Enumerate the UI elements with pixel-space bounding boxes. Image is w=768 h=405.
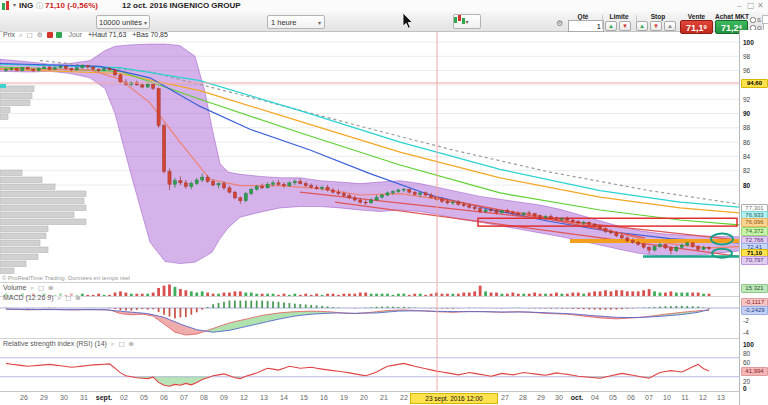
time-axis-label: 29 (537, 394, 545, 401)
price-panel-title: Prix (3, 31, 15, 38)
stop-order-button-2[interactable]: ▲ (664, 21, 676, 31)
search-icon[interactable]: ⌕ (19, 31, 23, 38)
volume-value-label: 15 321 (741, 284, 768, 293)
rsi-tick: 100 (743, 341, 754, 348)
window-icon[interactable]: ▢ (118, 340, 124, 347)
sell-price-sup: 9 (704, 24, 707, 30)
price-level-label: 74,372 (741, 227, 768, 236)
day-high-label: +Haut 71,63 (88, 31, 126, 38)
macd-tick: -4 (743, 329, 749, 336)
price-tick: 88 (743, 124, 750, 131)
limit-order-button-1[interactable]: ▼ (619, 21, 631, 31)
toolbar: 10000 unités ▾ 1 heure ▾ ▾ ⚙ Qté Limite … (0, 12, 768, 32)
time-axis-label: 11 (681, 394, 688, 401)
sell-mkt-button[interactable]: 71,19 (680, 20, 713, 34)
rsi-tick: 20 (743, 378, 750, 385)
time-axis-label: 07 (645, 394, 653, 401)
stop-order-button-1[interactable]: ▼ (650, 21, 662, 31)
remove-icon[interactable]: ⊗ (75, 294, 80, 301)
separator-macd-rsi (0, 338, 739, 339)
remove-icon[interactable]: ⊗ (48, 284, 53, 291)
price-tick: 100 (743, 39, 754, 46)
macd-tick: -2 (743, 317, 749, 324)
price-level-label: 76,096 (741, 218, 768, 227)
volume-panel-header: Volume ⌕ ▢ ⊗ (3, 284, 53, 292)
time-axis-label: 21 (380, 394, 388, 401)
separator-volume-macd (0, 296, 739, 297)
sell-marker-icon[interactable] (47, 32, 53, 38)
remove-icon[interactable]: ⊗ (129, 340, 134, 347)
close-icon[interactable]: ✕ (757, 1, 764, 10)
copyright-label: © ProRealTime Trading. Données en temps … (2, 275, 130, 281)
time-axis-label: 26 (20, 394, 28, 401)
time-axis-label: 16 (320, 394, 328, 401)
time-axis[interactable]: 26293031sept.020506070809121314151619202… (0, 391, 739, 405)
rsi-tick: 80 (743, 350, 750, 357)
rsi-panel-title: Relative strength index (RSI) (14) (3, 340, 107, 347)
buy-marker-icon[interactable] (56, 32, 62, 38)
chart-type-button[interactable]: ▾ (453, 14, 481, 29)
date-company-label: 12 oct. 2016 INGENICO GROUP (122, 1, 241, 10)
info-icon[interactable]: ⓘ (36, 1, 43, 11)
qty-label: Qté (566, 13, 600, 20)
s-checkbox[interactable] (750, 17, 756, 23)
instrument-caret-icon[interactable]: ▾ (13, 1, 16, 8)
time-axis-label: 15 (300, 394, 308, 401)
time-axis-label: 09 (220, 394, 228, 401)
price-tick: 96 (743, 67, 750, 74)
time-axis-label: 12 (240, 394, 248, 401)
qty-input[interactable] (568, 20, 604, 32)
gear-icon[interactable]: ⚙ (37, 31, 43, 38)
volume-panel-title: Volume (3, 284, 26, 291)
time-axis-label: 13 (717, 394, 725, 401)
time-axis-label: 04 (591, 394, 599, 401)
search-icon[interactable]: ⌕ (58, 294, 62, 301)
time-axis-label: 08 (200, 394, 208, 401)
time-axis-label: 13 (260, 394, 268, 401)
timeframe-dropdown-label: 1 heure (271, 18, 296, 27)
time-axis-label: 30 (555, 394, 563, 401)
s-label: S (757, 17, 761, 23)
price-axis[interactable]: 1009896949290888684828077,30176,93376,09… (739, 30, 768, 405)
instrument-icon[interactable] (2, 1, 12, 10)
indicator-cloud (0, 44, 739, 264)
time-axis-label: 12 (699, 394, 707, 401)
window-icon[interactable]: ▢ (65, 294, 71, 301)
last-price-change: 71,10 (-0,56%) (45, 1, 98, 10)
window-icon[interactable]: ▢ (38, 284, 44, 291)
minimize-icon[interactable]: – (737, 1, 741, 10)
price-tick: 90 (743, 110, 750, 117)
limit-order-button-0[interactable]: ▲ (605, 21, 617, 31)
window-icon[interactable]: ▢ (27, 31, 33, 38)
price-tick: 84 (743, 153, 750, 160)
price-tick: 80 (743, 182, 750, 189)
time-axis-label: 10 (663, 394, 671, 401)
price-tick: 92 (743, 96, 750, 103)
caret-down-icon: ▾ (144, 19, 147, 26)
time-axis-label: sept. (96, 394, 112, 401)
macd-plot (0, 301, 739, 335)
time-axis-label: 02 (120, 394, 128, 401)
time-axis-label: 20 (360, 394, 368, 401)
time-axis-label: 06 (627, 394, 635, 401)
rsi-tick: 0 (743, 385, 747, 392)
rsi-tick: 60 (743, 359, 750, 366)
time-axis-label: 19 (340, 394, 348, 401)
buy-mkt-label: Achat MKT (715, 13, 749, 20)
units-dropdown[interactable]: 10000 unités ▾ (96, 15, 150, 29)
time-axis-label: 05 (140, 394, 148, 401)
crosshair-date-label: 23 sept. 2016 12:00 (410, 393, 498, 404)
price-tick: 98 (743, 53, 750, 60)
symbol-label: ING (19, 1, 33, 10)
stop-order-button-0[interactable]: ▲ (636, 21, 648, 31)
search-icon[interactable]: ⌕ (30, 284, 34, 291)
time-axis-label: 31 (80, 394, 88, 401)
limit-label: Limite (604, 13, 634, 20)
rsi-plot (0, 358, 739, 387)
stop-label: Stop (638, 13, 678, 20)
timeframe-dropdown[interactable]: 1 heure ▾ (267, 15, 325, 29)
search-icon[interactable]: ⌕ (111, 340, 115, 347)
order-settings-icon[interactable]: ⚙ (556, 19, 563, 28)
maximize-icon[interactable]: ▢ (747, 1, 755, 10)
crosshair-price-label: 94,60 (741, 79, 768, 88)
